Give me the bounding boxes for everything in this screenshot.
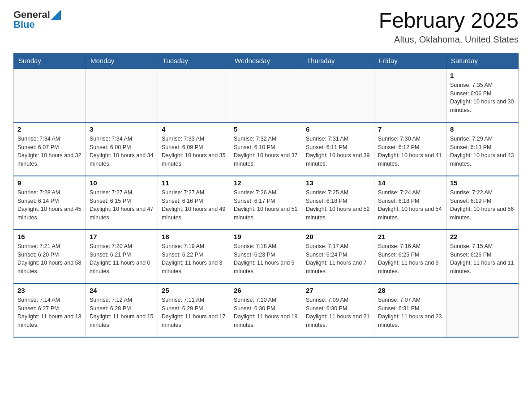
day-info: Sunrise: 7:20 AMSunset: 6:21 PMDaylight:…	[90, 242, 154, 276]
day-number: 3	[90, 125, 154, 133]
day-number: 24	[90, 287, 154, 294]
day-number: 26	[234, 287, 298, 294]
title-block: February 2025 Altus, Oklahoma, United St…	[379, 9, 519, 45]
col-header-wednesday: Wednesday	[230, 53, 302, 68]
col-header-thursday: Thursday	[302, 53, 374, 68]
day-info: Sunrise: 7:32 AMSunset: 6:10 PMDaylight:…	[234, 135, 298, 168]
calendar-cell: 14Sunrise: 7:24 AMSunset: 6:18 PMDayligh…	[374, 176, 446, 230]
day-info: Sunrise: 7:33 AMSunset: 6:09 PMDaylight:…	[162, 135, 226, 168]
day-info: Sunrise: 7:29 AMSunset: 6:13 PMDaylight:…	[450, 135, 515, 168]
calendar-cell: 19Sunrise: 7:18 AMSunset: 6:23 PMDayligh…	[230, 230, 302, 283]
logo-blue-text: Blue	[13, 19, 35, 30]
day-info: Sunrise: 7:17 AMSunset: 6:24 PMDaylight:…	[306, 242, 370, 276]
day-number: 9	[17, 179, 82, 187]
day-number: 10	[90, 179, 154, 187]
calendar-cell: 17Sunrise: 7:20 AMSunset: 6:21 PMDayligh…	[86, 230, 158, 283]
calendar-cell: 23Sunrise: 7:14 AMSunset: 6:27 PMDayligh…	[14, 283, 86, 337]
col-header-saturday: Saturday	[446, 53, 519, 68]
calendar-week-row: 9Sunrise: 7:28 AMSunset: 6:14 PMDaylight…	[14, 176, 519, 230]
calendar-cell	[374, 68, 446, 122]
day-info: Sunrise: 7:21 AMSunset: 6:20 PMDaylight:…	[17, 242, 82, 276]
calendar-cell: 28Sunrise: 7:07 AMSunset: 6:31 PMDayligh…	[374, 283, 446, 337]
day-info: Sunrise: 7:34 AMSunset: 6:08 PMDaylight:…	[90, 135, 154, 168]
day-info: Sunrise: 7:07 AMSunset: 6:31 PMDaylight:…	[378, 296, 442, 330]
day-info: Sunrise: 7:12 AMSunset: 6:28 PMDaylight:…	[90, 296, 154, 330]
calendar-cell	[230, 68, 302, 122]
calendar-week-row: 16Sunrise: 7:21 AMSunset: 6:20 PMDayligh…	[14, 230, 519, 283]
day-info: Sunrise: 7:14 AMSunset: 6:27 PMDaylight:…	[17, 296, 82, 330]
day-number: 12	[234, 179, 298, 187]
day-info: Sunrise: 7:30 AMSunset: 6:12 PMDaylight:…	[378, 135, 442, 168]
calendar-cell: 22Sunrise: 7:15 AMSunset: 6:26 PMDayligh…	[446, 230, 519, 283]
day-info: Sunrise: 7:27 AMSunset: 6:15 PMDaylight:…	[90, 188, 154, 222]
calendar-table: SundayMondayTuesdayWednesdayThursdayFrid…	[13, 53, 519, 338]
calendar-cell: 2Sunrise: 7:34 AMSunset: 6:07 PMDaylight…	[14, 122, 86, 176]
day-number: 16	[17, 233, 82, 240]
calendar-header-row: SundayMondayTuesdayWednesdayThursdayFrid…	[14, 53, 519, 68]
calendar-cell: 18Sunrise: 7:19 AMSunset: 6:22 PMDayligh…	[158, 230, 230, 283]
day-info: Sunrise: 7:09 AMSunset: 6:30 PMDaylight:…	[306, 296, 370, 330]
calendar-cell	[86, 68, 158, 122]
day-number: 25	[162, 287, 226, 294]
calendar-cell: 20Sunrise: 7:17 AMSunset: 6:24 PMDayligh…	[302, 230, 374, 283]
calendar-cell: 24Sunrise: 7:12 AMSunset: 6:28 PMDayligh…	[86, 283, 158, 337]
calendar-cell: 21Sunrise: 7:16 AMSunset: 6:25 PMDayligh…	[374, 230, 446, 283]
calendar-cell: 5Sunrise: 7:32 AMSunset: 6:10 PMDaylight…	[230, 122, 302, 176]
col-header-friday: Friday	[374, 53, 446, 68]
calendar-cell: 27Sunrise: 7:09 AMSunset: 6:30 PMDayligh…	[302, 283, 374, 337]
calendar-cell: 4Sunrise: 7:33 AMSunset: 6:09 PMDaylight…	[158, 122, 230, 176]
day-number: 5	[234, 125, 298, 133]
day-info: Sunrise: 7:26 AMSunset: 6:17 PMDaylight:…	[234, 188, 298, 222]
day-number: 21	[378, 233, 442, 240]
day-info: Sunrise: 7:16 AMSunset: 6:25 PMDaylight:…	[378, 242, 442, 276]
calendar-week-row: 1Sunrise: 7:35 AMSunset: 6:06 PMDaylight…	[14, 68, 519, 122]
day-number: 27	[306, 287, 370, 294]
day-number: 1	[450, 72, 515, 79]
day-info: Sunrise: 7:28 AMSunset: 6:14 PMDaylight:…	[17, 188, 82, 222]
day-number: 4	[162, 125, 226, 133]
col-header-monday: Monday	[86, 53, 158, 68]
day-info: Sunrise: 7:34 AMSunset: 6:07 PMDaylight:…	[17, 135, 82, 168]
calendar-cell	[302, 68, 374, 122]
day-info: Sunrise: 7:15 AMSunset: 6:26 PMDaylight:…	[450, 242, 515, 276]
day-info: Sunrise: 7:31 AMSunset: 6:11 PMDaylight:…	[306, 135, 370, 168]
day-number: 28	[378, 287, 442, 294]
calendar-cell	[158, 68, 230, 122]
page-header: General Blue February 2025 Altus, Oklaho…	[13, 9, 519, 45]
day-info: Sunrise: 7:25 AMSunset: 6:18 PMDaylight:…	[306, 188, 370, 222]
day-info: Sunrise: 7:19 AMSunset: 6:22 PMDaylight:…	[162, 242, 226, 276]
calendar-cell: 26Sunrise: 7:10 AMSunset: 6:30 PMDayligh…	[230, 283, 302, 337]
calendar-week-row: 2Sunrise: 7:34 AMSunset: 6:07 PMDaylight…	[14, 122, 519, 176]
day-number: 18	[162, 233, 226, 240]
calendar-cell: 7Sunrise: 7:30 AMSunset: 6:12 PMDaylight…	[374, 122, 446, 176]
day-number: 17	[90, 233, 154, 240]
calendar-cell: 16Sunrise: 7:21 AMSunset: 6:20 PMDayligh…	[14, 230, 86, 283]
calendar-cell: 3Sunrise: 7:34 AMSunset: 6:08 PMDaylight…	[86, 122, 158, 176]
logo-triangle-icon	[51, 10, 61, 20]
calendar-cell: 8Sunrise: 7:29 AMSunset: 6:13 PMDaylight…	[446, 122, 519, 176]
calendar-cell: 15Sunrise: 7:22 AMSunset: 6:19 PMDayligh…	[446, 176, 519, 230]
day-number: 15	[450, 179, 515, 187]
day-info: Sunrise: 7:22 AMSunset: 6:19 PMDaylight:…	[450, 188, 515, 222]
day-number: 22	[450, 233, 515, 240]
day-info: Sunrise: 7:24 AMSunset: 6:18 PMDaylight:…	[378, 188, 442, 222]
day-number: 14	[378, 179, 442, 187]
calendar-cell: 1Sunrise: 7:35 AMSunset: 6:06 PMDaylight…	[446, 68, 519, 122]
calendar-cell: 13Sunrise: 7:25 AMSunset: 6:18 PMDayligh…	[302, 176, 374, 230]
calendar-cell: 12Sunrise: 7:26 AMSunset: 6:17 PMDayligh…	[230, 176, 302, 230]
calendar-cell: 9Sunrise: 7:28 AMSunset: 6:14 PMDaylight…	[14, 176, 86, 230]
col-header-sunday: Sunday	[14, 53, 86, 68]
svg-marker-0	[51, 10, 61, 20]
day-number: 11	[162, 179, 226, 187]
day-number: 13	[306, 179, 370, 187]
calendar-cell: 6Sunrise: 7:31 AMSunset: 6:11 PMDaylight…	[302, 122, 374, 176]
day-number: 23	[17, 287, 82, 294]
logo: General Blue	[13, 9, 61, 30]
day-number: 8	[450, 125, 515, 133]
calendar-cell: 11Sunrise: 7:27 AMSunset: 6:16 PMDayligh…	[158, 176, 230, 230]
location-subtitle: Altus, Oklahoma, United States	[379, 34, 519, 45]
day-info: Sunrise: 7:10 AMSunset: 6:30 PMDaylight:…	[234, 296, 298, 330]
calendar-cell: 10Sunrise: 7:27 AMSunset: 6:15 PMDayligh…	[86, 176, 158, 230]
day-number: 6	[306, 125, 370, 133]
day-info: Sunrise: 7:27 AMSunset: 6:16 PMDaylight:…	[162, 188, 226, 222]
